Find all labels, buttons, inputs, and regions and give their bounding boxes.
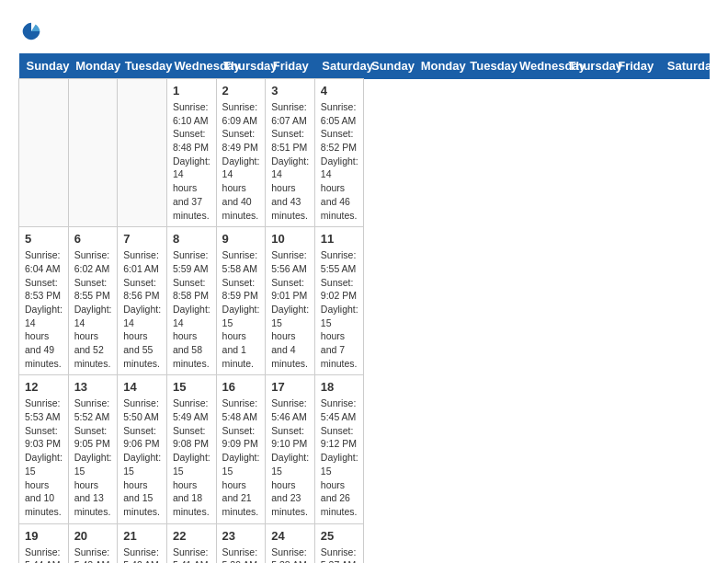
cell-info: Sunrise: 5:48 AMSunset: 9:09 PMDaylight:… <box>222 396 260 518</box>
calendar-cell: 25Sunrise: 5:37 AMSunset: 9:20 PMDayligh… <box>314 523 364 563</box>
calendar-cell: 23Sunrise: 5:39 AMSunset: 9:18 PMDayligh… <box>216 523 266 563</box>
calendar-cell: 6Sunrise: 6:02 AMSunset: 8:55 PMDaylight… <box>68 227 118 375</box>
col-header-thursday: Thursday <box>562 53 611 79</box>
day-number: 15 <box>173 380 210 394</box>
calendar-cell <box>68 79 118 227</box>
day-number: 12 <box>25 380 63 394</box>
calendar-cell: 10Sunrise: 5:56 AMSunset: 9:01 PMDayligh… <box>266 227 315 375</box>
cell-info: Sunrise: 6:04 AMSunset: 8:53 PMDaylight:… <box>25 248 63 370</box>
col-header-saturday: Saturday <box>660 53 710 79</box>
cell-info: Sunrise: 5:46 AMSunset: 9:10 PMDaylight:… <box>271 396 309 518</box>
cell-info: Sunrise: 5:44 AMSunset: 9:13 PMDaylight:… <box>25 546 63 563</box>
logo-icon <box>18 18 44 44</box>
day-number: 3 <box>271 84 309 98</box>
cell-info: Sunrise: 5:56 AMSunset: 9:01 PMDaylight:… <box>271 248 309 370</box>
day-number: 13 <box>74 380 112 394</box>
calendar-cell: 2Sunrise: 6:09 AMSunset: 8:49 PMDaylight… <box>216 79 266 227</box>
day-number: 20 <box>74 529 112 543</box>
week-row-1: 5Sunrise: 6:04 AMSunset: 8:53 PMDaylight… <box>19 227 710 375</box>
col-header-wednesday: Wednesday <box>512 53 562 79</box>
day-number: 7 <box>123 232 161 246</box>
cell-info: Sunrise: 6:01 AMSunset: 8:56 PMDaylight:… <box>123 248 161 370</box>
calendar-cell: 21Sunrise: 5:42 AMSunset: 9:15 PMDayligh… <box>118 523 167 563</box>
calendar-cell: 7Sunrise: 6:01 AMSunset: 8:56 PMDaylight… <box>118 227 167 375</box>
header-day-friday: Friday <box>266 53 315 79</box>
cell-info: Sunrise: 5:45 AMSunset: 9:12 PMDaylight:… <box>321 396 358 518</box>
calendar-cell: 15Sunrise: 5:49 AMSunset: 9:08 PMDayligh… <box>166 375 216 523</box>
cell-info: Sunrise: 5:37 AMSunset: 9:20 PMDaylight:… <box>321 546 358 563</box>
calendar-cell: 18Sunrise: 5:45 AMSunset: 9:12 PMDayligh… <box>314 375 364 523</box>
day-number: 24 <box>271 529 309 543</box>
calendar-cell: 24Sunrise: 5:38 AMSunset: 9:19 PMDayligh… <box>266 523 315 563</box>
header-day-wednesday: Wednesday <box>166 53 216 79</box>
calendar-cell: 14Sunrise: 5:50 AMSunset: 9:06 PMDayligh… <box>118 375 167 523</box>
calendar-cell: 16Sunrise: 5:48 AMSunset: 9:09 PMDayligh… <box>216 375 266 523</box>
day-number: 8 <box>173 232 210 246</box>
cell-info: Sunrise: 5:38 AMSunset: 9:19 PMDaylight:… <box>271 546 309 563</box>
day-number: 6 <box>74 232 112 246</box>
col-header-friday: Friday <box>610 53 660 79</box>
calendar-table: SundayMondayTuesdayWednesdayThursdayFrid… <box>18 53 710 563</box>
cell-info: Sunrise: 5:42 AMSunset: 9:15 PMDaylight:… <box>123 546 161 563</box>
header-row: SundayMondayTuesdayWednesdayThursdayFrid… <box>19 53 710 79</box>
cell-info: Sunrise: 5:55 AMSunset: 9:02 PMDaylight:… <box>321 248 358 370</box>
calendar-header: SundayMondayTuesdayWednesdayThursdayFrid… <box>19 53 710 79</box>
calendar-cell: 20Sunrise: 5:43 AMSunset: 9:14 PMDayligh… <box>68 523 118 563</box>
col-header-tuesday: Tuesday <box>462 53 512 79</box>
cell-info: Sunrise: 5:50 AMSunset: 9:06 PMDaylight:… <box>123 396 161 518</box>
cell-info: Sunrise: 6:05 AMSunset: 8:52 PMDaylight:… <box>321 100 358 222</box>
header-day-thursday: Thursday <box>216 53 266 79</box>
day-number: 25 <box>321 529 358 543</box>
cell-info: Sunrise: 5:58 AMSunset: 8:59 PMDaylight:… <box>222 248 260 370</box>
day-number: 22 <box>173 529 210 543</box>
calendar-cell: 5Sunrise: 6:04 AMSunset: 8:53 PMDaylight… <box>19 227 69 375</box>
cell-info: Sunrise: 6:02 AMSunset: 8:55 PMDaylight:… <box>74 248 112 370</box>
week-row-3: 19Sunrise: 5:44 AMSunset: 9:13 PMDayligh… <box>19 523 710 563</box>
cell-info: Sunrise: 5:52 AMSunset: 9:05 PMDaylight:… <box>74 396 112 518</box>
calendar-cell: 12Sunrise: 5:53 AMSunset: 9:03 PMDayligh… <box>19 375 69 523</box>
calendar-cell: 11Sunrise: 5:55 AMSunset: 9:02 PMDayligh… <box>314 227 364 375</box>
day-number: 9 <box>222 232 260 246</box>
cell-info: Sunrise: 6:10 AMSunset: 8:48 PMDaylight:… <box>173 100 210 222</box>
calendar-cell: 8Sunrise: 5:59 AMSunset: 8:58 PMDaylight… <box>166 227 216 375</box>
day-number: 16 <box>222 380 260 394</box>
calendar-cell: 17Sunrise: 5:46 AMSunset: 9:10 PMDayligh… <box>266 375 315 523</box>
day-number: 5 <box>25 232 63 246</box>
cell-info: Sunrise: 5:53 AMSunset: 9:03 PMDaylight:… <box>25 396 63 518</box>
calendar-cell <box>118 79 167 227</box>
col-header-monday: Monday <box>414 53 463 79</box>
day-number: 18 <box>321 380 358 394</box>
cell-info: Sunrise: 6:09 AMSunset: 8:49 PMDaylight:… <box>222 100 260 222</box>
calendar-cell <box>19 79 69 227</box>
week-row-2: 12Sunrise: 5:53 AMSunset: 9:03 PMDayligh… <box>19 375 710 523</box>
day-number: 23 <box>222 529 260 543</box>
calendar-cell: 13Sunrise: 5:52 AMSunset: 9:05 PMDayligh… <box>68 375 118 523</box>
day-number: 17 <box>271 380 309 394</box>
header-day-monday: Monday <box>68 53 118 79</box>
cell-info: Sunrise: 5:41 AMSunset: 9:17 PMDaylight:… <box>173 546 210 563</box>
calendar-body: 1Sunrise: 6:10 AMSunset: 8:48 PMDaylight… <box>19 79 710 564</box>
day-number: 19 <box>25 529 63 543</box>
page-header <box>18 18 710 44</box>
calendar-cell: 4Sunrise: 6:05 AMSunset: 8:52 PMDaylight… <box>314 79 364 227</box>
day-number: 10 <box>271 232 309 246</box>
header-day-saturday: Saturday <box>314 53 364 79</box>
day-number: 4 <box>321 84 358 98</box>
cell-info: Sunrise: 5:43 AMSunset: 9:14 PMDaylight:… <box>74 546 112 563</box>
cell-info: Sunrise: 5:39 AMSunset: 9:18 PMDaylight:… <box>222 546 260 563</box>
week-row-0: 1Sunrise: 6:10 AMSunset: 8:48 PMDaylight… <box>19 79 710 227</box>
day-number: 2 <box>222 84 260 98</box>
calendar-cell: 19Sunrise: 5:44 AMSunset: 9:13 PMDayligh… <box>19 523 69 563</box>
logo <box>18 18 48 44</box>
day-number: 14 <box>123 380 161 394</box>
calendar-cell: 9Sunrise: 5:58 AMSunset: 8:59 PMDaylight… <box>216 227 266 375</box>
cell-info: Sunrise: 5:59 AMSunset: 8:58 PMDaylight:… <box>173 248 210 370</box>
header-day-tuesday: Tuesday <box>118 53 167 79</box>
cell-info: Sunrise: 6:07 AMSunset: 8:51 PMDaylight:… <box>271 100 309 222</box>
day-number: 1 <box>173 84 210 98</box>
day-number: 11 <box>321 232 358 246</box>
calendar-cell: 22Sunrise: 5:41 AMSunset: 9:17 PMDayligh… <box>166 523 216 563</box>
header-day-sunday: Sunday <box>19 53 69 79</box>
day-number: 21 <box>123 529 161 543</box>
calendar-cell: 3Sunrise: 6:07 AMSunset: 8:51 PMDaylight… <box>266 79 315 227</box>
